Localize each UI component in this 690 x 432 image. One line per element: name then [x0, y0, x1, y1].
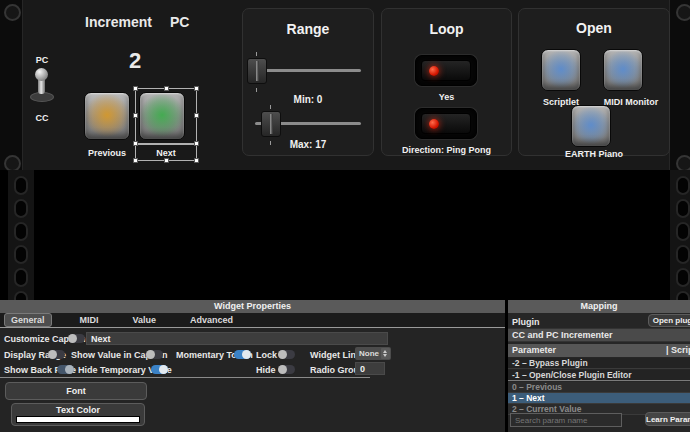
dropdown-stepper-icon[interactable]: [381, 348, 390, 359]
widget-properties-panel: Widget Properties General MIDI Value Adv…: [0, 300, 505, 432]
rack-ear-right: [668, 0, 690, 170]
rail-slot-icon: [676, 222, 690, 241]
selection-handle[interactable]: [133, 113, 138, 118]
toggle-cc-label: CC: [30, 113, 54, 123]
learn-parameter-button[interactable]: Learn Parameter: [645, 412, 690, 426]
led-icon: [429, 66, 439, 76]
hide-label: Hide: [256, 365, 276, 375]
widget-link-label: Widget Link: [310, 350, 361, 360]
widget-link-value: None: [359, 349, 379, 358]
loop-section: Loop Yes Direction: Ping Pong: [381, 8, 512, 156]
param-row-previous[interactable]: 0 – Previous: [508, 382, 690, 393]
min-value-label: Min: 0: [243, 94, 373, 105]
pc-title: PC: [170, 14, 189, 30]
gig-performer-editor: Increment PC 2 PC CC Previous Next Range…: [0, 0, 690, 432]
radio-group-input[interactable]: [355, 362, 385, 375]
open-section: Open Scriptlet MIDI Monitor EARTH Piano: [518, 8, 670, 156]
range-title: Range: [243, 21, 373, 37]
tab-advanced[interactable]: Advanced: [184, 314, 239, 326]
display-range-toggle[interactable]: [48, 350, 65, 359]
scriptlet-pad-button[interactable]: [541, 49, 581, 91]
rail-slot-icon: [676, 199, 690, 218]
selection-handle[interactable]: [133, 86, 138, 91]
parameter-list-header: Parameter | Scriptlet: [508, 344, 690, 357]
rail-slot-icon: [676, 245, 690, 264]
midi-monitor-pad-button[interactable]: [603, 49, 643, 91]
selection-handle[interactable]: [194, 158, 199, 163]
mapping-header: Mapping: [508, 300, 690, 313]
text-color-button[interactable]: Text Color: [11, 403, 145, 426]
properties-tabbar: General MIDI Value Advanced: [0, 313, 505, 328]
color-swatch: [16, 416, 140, 423]
param-row-bypass[interactable]: -2 – Bypass Plugin: [508, 358, 690, 369]
rail-slot-icon: [676, 268, 690, 287]
selection-handle[interactable]: [194, 113, 199, 118]
loop-title: Loop: [382, 21, 511, 37]
rail-slot-icon: [14, 268, 28, 287]
hide-toggle[interactable]: [278, 365, 295, 374]
increment-title: Increment: [85, 14, 152, 30]
font-button[interactable]: Font: [5, 382, 147, 400]
hide-temporary-value-toggle[interactable]: [151, 365, 168, 374]
screw-icon: [676, 4, 690, 21]
max-slider-handle[interactable]: [261, 111, 281, 137]
show-back-plate-toggle[interactable]: [57, 365, 74, 374]
previous-pad-button[interactable]: [84, 92, 130, 140]
previous-caption: Previous: [76, 148, 138, 158]
selection-handle[interactable]: [164, 86, 169, 91]
selection-handle[interactable]: [164, 158, 169, 163]
open-plugin-button[interactable]: Open plugin: [648, 314, 690, 327]
earth-piano-pad-button[interactable]: [571, 105, 611, 147]
plugin-selector[interactable]: CC and PC Incrementer: [508, 328, 690, 342]
loop-yes-caption: Yes: [382, 92, 511, 102]
rail-slot-icon: [14, 199, 28, 218]
search-param-input[interactable]: [510, 413, 622, 427]
direction-caption: Direction: Ping Pong: [382, 145, 511, 155]
tab-value[interactable]: Value: [127, 314, 163, 326]
mapping-panel: Mapping Plugin Open plugin CC and PC Inc…: [508, 300, 690, 432]
min-slider-track[interactable]: [255, 69, 361, 72]
widget-properties-header: Widget Properties: [0, 300, 505, 313]
selection-handle[interactable]: [194, 141, 199, 146]
rack-rail-right: [670, 170, 690, 300]
rail-slot-icon: [14, 176, 28, 195]
param-row-open-close-editor[interactable]: -1 – Open/Close Plugin Editor: [508, 370, 690, 381]
tab-midi[interactable]: MIDI: [74, 314, 105, 326]
caption-text-input[interactable]: [86, 332, 388, 345]
rack-ear-left: [0, 0, 22, 170]
rack-rail-left: [8, 170, 34, 300]
direction-rocker-switch[interactable]: [415, 108, 477, 139]
lock-label: Lock: [256, 350, 277, 360]
tab-general[interactable]: General: [4, 313, 52, 327]
selection-handle[interactable]: [133, 158, 138, 163]
lock-toggle[interactable]: [278, 350, 295, 359]
next-caption: Next: [136, 148, 196, 158]
min-slider-handle[interactable]: [247, 58, 267, 84]
rail-slot-icon: [14, 222, 28, 241]
rail-slot-icon: [676, 176, 690, 195]
open-title: Open: [519, 20, 669, 36]
led-icon: [429, 119, 439, 129]
current-value-display: 2: [110, 48, 160, 74]
loop-rocker-switch[interactable]: [415, 55, 477, 86]
selection-handle[interactable]: [133, 141, 138, 146]
show-value-in-caption-toggle[interactable]: [146, 350, 163, 359]
screw-icon: [4, 4, 21, 21]
increment-pc-title: Increment PC: [85, 14, 189, 30]
plugin-label: Plugin: [512, 317, 540, 327]
divider: [0, 377, 370, 378]
momentary-touch-toggle[interactable]: [234, 350, 251, 359]
text-color-label: Text Color: [56, 405, 100, 415]
rail-slot-icon: [14, 245, 28, 264]
selection-handle[interactable]: [194, 86, 199, 91]
param-row-next[interactable]: 1 – Next: [508, 393, 690, 404]
earth-piano-caption: EARTH Piano: [519, 149, 669, 159]
customize-caption-toggle[interactable]: [68, 334, 85, 343]
parameter-header-label: Parameter: [512, 344, 556, 357]
range-section: Range Min: 0 Max: 17: [242, 8, 374, 156]
parameter-header-right-label: | Scriptlet: [666, 344, 690, 357]
widget-selection-box[interactable]: [135, 88, 197, 144]
widget-link-dropdown[interactable]: None: [355, 347, 391, 360]
toggle-pc-label: PC: [30, 55, 54, 65]
max-value-label: Max: 17: [243, 139, 373, 150]
